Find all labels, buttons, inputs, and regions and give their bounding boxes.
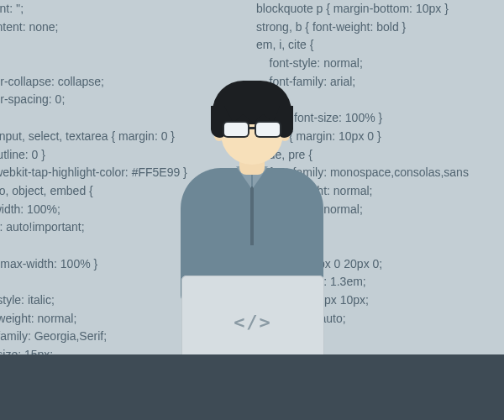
lens-right	[256, 123, 280, 136]
glasses-bridge	[248, 127, 256, 129]
hair-fringe	[224, 106, 280, 123]
developer-figure	[197, 76, 307, 294]
lens-left	[224, 123, 248, 136]
desk	[0, 354, 504, 420]
developer-illustration: { "code_left": "ntent: '';\n ntent: none…	[0, 0, 504, 420]
shirt-placket	[250, 186, 254, 245]
glasses	[224, 123, 280, 138]
